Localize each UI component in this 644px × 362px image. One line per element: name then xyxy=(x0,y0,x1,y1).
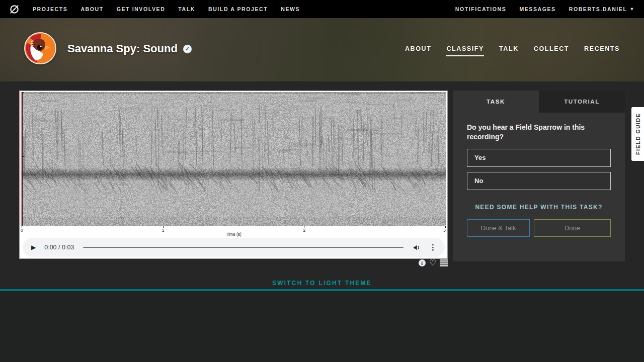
frequency-axis-line xyxy=(22,92,23,226)
metadata-info-icon[interactable]: i xyxy=(419,259,426,266)
page: PROJECTS ABOUT GET INVOLVED TALK BUILD A… xyxy=(0,0,644,362)
topnav-build-a-project[interactable]: BUILD A PROJECT xyxy=(208,6,268,12)
audio-seek-slider[interactable] xyxy=(83,247,404,248)
audio-menu-icon[interactable]: ⋮ xyxy=(429,243,437,252)
project-title[interactable]: Savanna Spy: Sound xyxy=(67,42,178,55)
favorite-heart-icon[interactable]: ♡ xyxy=(429,259,436,266)
spectrogram-plot xyxy=(22,92,446,226)
field-guide-tab[interactable]: FIELD GUIDE xyxy=(631,107,644,161)
time-axis-line xyxy=(22,226,446,226)
project-nav-collect[interactable]: COLLECT xyxy=(534,45,569,56)
topnav-about[interactable]: ABOUT xyxy=(80,6,103,12)
answer-yes-button[interactable]: Yes xyxy=(467,149,611,167)
done-button[interactable]: Done xyxy=(534,219,611,237)
approved-badge-icon: ✓ xyxy=(183,45,192,53)
tab-task[interactable]: TASK xyxy=(453,90,539,113)
user-menu-label: ROBERTS.DANIEL xyxy=(569,6,627,12)
chevron-down-icon: ▼ xyxy=(629,7,635,12)
project-banner: Savanna Spy: Sound ✓ ABOUT CLASSIFY TALK… xyxy=(0,18,644,81)
topnav-projects[interactable]: PROJECTS xyxy=(33,6,67,12)
tab-tutorial[interactable]: TUTORIAL xyxy=(539,90,625,113)
audio-player: ▶ 0:00 / 0:03 ⋮ xyxy=(23,238,445,257)
topnav-news[interactable]: NEWS xyxy=(281,6,300,12)
x-axis-title: Time (s) xyxy=(22,232,446,237)
topnav-messages[interactable]: MESSAGES xyxy=(519,6,555,12)
footer: ZO NIVERSE Projects Collections Build a … xyxy=(0,291,644,362)
topnav-get-involved[interactable]: GET INVOLVED xyxy=(117,6,166,12)
project-nav-classify[interactable]: CLASSIFY xyxy=(446,45,484,56)
topnav-talk[interactable]: TALK xyxy=(178,6,195,12)
user-menu[interactable]: ROBERTS.DANIEL ▼ xyxy=(569,6,635,12)
topnav-notifications[interactable]: NOTIFICATIONS xyxy=(455,6,507,12)
playback-position-line xyxy=(21,92,22,226)
y-tick xyxy=(22,156,24,157)
task-panel: TASK TUTORIAL Do you hear a Field Sparro… xyxy=(453,90,625,261)
spectrogram-image xyxy=(22,92,446,226)
project-nav-talk[interactable]: TALK xyxy=(499,45,519,56)
play-button[interactable]: ▶ xyxy=(31,244,36,250)
collections-list-icon[interactable] xyxy=(440,259,448,266)
task-question: Do you hear a Field Sparrow in this reco… xyxy=(467,123,611,142)
answer-no-button[interactable]: No xyxy=(467,172,611,190)
y-tick xyxy=(22,92,24,93)
audio-time: 0:00 / 0:03 xyxy=(44,244,74,251)
zooniverse-logo-icon[interactable] xyxy=(9,4,20,15)
volume-icon[interactable] xyxy=(413,243,421,252)
time-axis: 0 1 2 3 Time (s) xyxy=(22,226,446,237)
subject-toolbar: i ♡ xyxy=(19,259,448,266)
project-nav: ABOUT CLASSIFY TALK COLLECT RECENTS xyxy=(405,45,620,56)
task-tabs: TASK TUTORIAL xyxy=(453,90,625,113)
theme-toggle-link[interactable]: SWITCH TO LIGHT THEME xyxy=(0,280,644,287)
subject-viewer: 0 1 2 3 Time (s) ▶ 0:00 / 0:03 ⋮ xyxy=(19,90,448,259)
field-guide-label: FIELD GUIDE xyxy=(635,113,641,155)
need-help-link[interactable]: NEED SOME HELP WITH THIS TASK? xyxy=(467,204,611,211)
project-avatar[interactable] xyxy=(24,32,56,64)
done-and-talk-button[interactable]: Done & Talk xyxy=(467,219,530,237)
bird-avatar-icon xyxy=(25,33,55,63)
project-nav-recents[interactable]: RECENTS xyxy=(584,45,620,56)
project-nav-about[interactable]: ABOUT xyxy=(405,45,431,56)
top-navbar: PROJECTS ABOUT GET INVOLVED TALK BUILD A… xyxy=(0,0,644,18)
